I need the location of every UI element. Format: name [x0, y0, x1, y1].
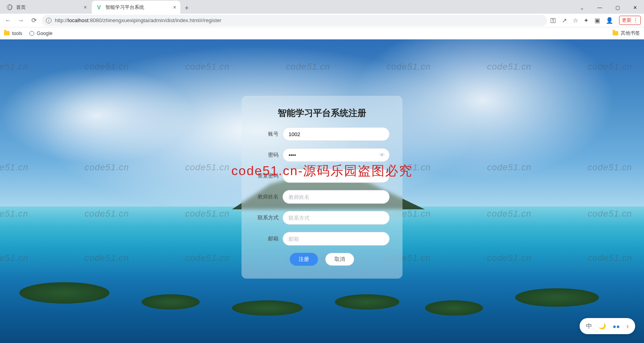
teacher-label: 教师姓名 [254, 193, 283, 200]
bookmark-other[interactable]: 其他书签 [613, 30, 640, 37]
teacher-input[interactable] [283, 190, 390, 204]
address-bar: ← → ⟳ i http://localhost:8080/zhinengxue… [0, 14, 644, 27]
profile-icon[interactable]: 👤 [606, 17, 613, 24]
window-controls: ⌄ — ▢ ✕ [573, 2, 644, 14]
globe-icon [29, 31, 34, 36]
vue-icon: V [96, 4, 102, 10]
account-input[interactable] [283, 127, 390, 141]
share-icon[interactable]: ↗ [562, 17, 567, 24]
page-content: code51.cncode51.cncode51.cncode51.cncode… [0, 39, 644, 343]
back-icon[interactable]: ← [3, 17, 13, 24]
contact-input[interactable] [283, 211, 390, 225]
bookmark-tools[interactable]: tools [4, 31, 22, 36]
minimize-button[interactable]: — [591, 2, 609, 14]
close-window-button[interactable]: ✕ [626, 2, 644, 14]
password-label: 密码 [254, 151, 283, 159]
key-icon[interactable]: ⚿ [550, 17, 556, 24]
close-icon[interactable]: × [84, 4, 87, 10]
folder-icon [4, 31, 10, 35]
extension-icon[interactable]: ✦ [584, 17, 589, 24]
tab-home[interactable]: 首页 × [2, 1, 91, 14]
reload-icon[interactable]: ⟳ [29, 17, 39, 24]
tab-bar: 首页 × V 智能学习平台系统 × + ⌄ — ▢ ✕ [0, 0, 644, 14]
info-icon[interactable]: i [46, 18, 52, 23]
star-icon[interactable]: ☆ [573, 17, 578, 24]
bookmark-bar: tools Google 其他书签 [0, 27, 644, 39]
watermark-overlay: code51.cn-源码乐园盗图必究 [231, 162, 413, 180]
dots-icon[interactable]: ●● [613, 323, 620, 330]
new-tab-button[interactable]: + [181, 2, 192, 14]
password-input[interactable] [283, 148, 390, 162]
folder-icon [613, 31, 618, 35]
email-input[interactable] [283, 232, 390, 246]
arrow-icon[interactable]: › [626, 322, 629, 331]
register-card: 智能学习平台系统注册 账号 密码 👁 重复密码 教师姓名 联系方式 邮箱 [242, 96, 402, 279]
account-label: 账号 [254, 130, 283, 138]
url-input[interactable]: i http://localhost:8080/zhinengxuexiping… [42, 15, 547, 26]
moon-icon[interactable]: 🌙 [599, 322, 606, 330]
tab-label: 首页 [16, 4, 84, 11]
submit-button[interactable]: 注册 [290, 253, 318, 266]
close-icon[interactable]: × [173, 4, 176, 10]
bookmark-google[interactable]: Google [29, 31, 52, 36]
eye-icon[interactable]: 👁 [379, 152, 385, 158]
contact-label: 联系方式 [254, 214, 283, 221]
maximize-button[interactable]: ▢ [609, 2, 626, 14]
float-toolbar: 中 🌙 ●● › [580, 318, 635, 334]
sidepanel-icon[interactable]: ▣ [594, 17, 600, 24]
update-button[interactable]: 更新 ⋮ [619, 16, 641, 25]
url-text: http://localhost:8080/zhinengxuexipingta… [55, 17, 221, 23]
forward-icon[interactable]: → [16, 17, 26, 24]
form-title: 智能学习平台系统注册 [254, 107, 390, 119]
cancel-button[interactable]: 取消 [325, 253, 354, 266]
email-label: 邮箱 [254, 235, 283, 242]
tab-app[interactable]: V 智能学习平台系统 × [92, 1, 180, 14]
tab-dropdown-icon[interactable]: ⌄ [573, 2, 591, 14]
tab-label: 智能学习平台系统 [105, 4, 173, 11]
browser-chrome: 首页 × V 智能学习平台系统 × + ⌄ — ▢ ✕ ← → ⟳ i http… [0, 0, 644, 39]
lang-button[interactable]: 中 [586, 322, 592, 330]
globe-icon [6, 4, 13, 10]
